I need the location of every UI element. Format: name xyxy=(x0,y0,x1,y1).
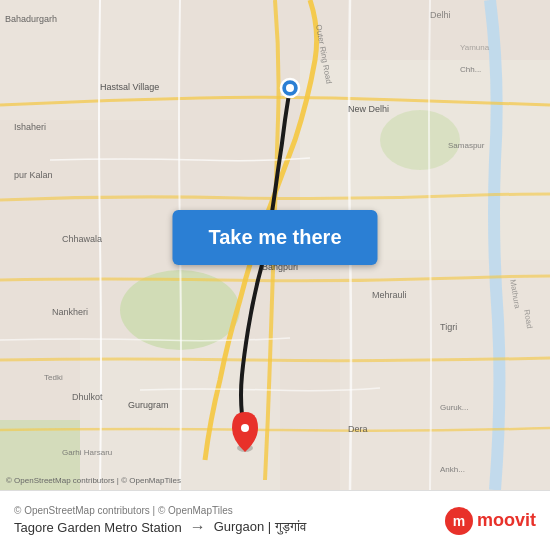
origin-label: Tagore Garden Metro Station xyxy=(14,520,182,535)
moovit-logo: m moovit xyxy=(445,507,536,535)
svg-text:Garhi Harsaru: Garhi Harsaru xyxy=(62,448,112,457)
svg-text:Delhi: Delhi xyxy=(430,10,451,20)
svg-point-7 xyxy=(380,110,460,170)
route-arrow: → xyxy=(190,518,206,536)
svg-text:Ankh...: Ankh... xyxy=(440,465,465,474)
footer: © OpenStreetMap contributors | © OpenMap… xyxy=(0,490,550,550)
svg-text:Ishaheri: Ishaheri xyxy=(14,122,46,132)
svg-text:Chh...: Chh... xyxy=(460,65,481,74)
footer-left: © OpenStreetMap contributors | © OpenMap… xyxy=(14,505,306,536)
svg-text:New Delhi: New Delhi xyxy=(348,104,389,114)
route-info: Tagore Garden Metro Station → Gurgaon | … xyxy=(14,518,306,536)
svg-text:Hastsal Village: Hastsal Village xyxy=(100,82,159,92)
svg-text:Nankheri: Nankheri xyxy=(52,307,88,317)
svg-text:Chhawala: Chhawala xyxy=(62,234,102,244)
svg-text:Yamuna: Yamuna xyxy=(460,43,490,52)
moovit-icon: m xyxy=(445,507,473,535)
svg-text:Mehrauli: Mehrauli xyxy=(372,290,407,300)
svg-text:Dera: Dera xyxy=(348,424,368,434)
svg-point-33 xyxy=(286,84,294,92)
svg-text:Samaspur: Samaspur xyxy=(448,141,485,150)
destination-label: Gurgaon | गुड़गांव xyxy=(214,519,306,535)
svg-text:Tigri: Tigri xyxy=(440,322,457,332)
svg-text:Guruk...: Guruk... xyxy=(440,403,468,412)
svg-text:Dhulkot: Dhulkot xyxy=(72,392,103,402)
map-container: Bahadurgarh Ishaheri Hastsal Village New… xyxy=(0,0,550,490)
svg-text:Bahadurgarh: Bahadurgarh xyxy=(5,14,57,24)
svg-text:pur Kalan: pur Kalan xyxy=(14,170,53,180)
take-me-there-button[interactable]: Take me there xyxy=(172,210,377,265)
svg-text:Gurugram: Gurugram xyxy=(128,400,169,410)
svg-text:© OpenStreetMap contributors |: © OpenStreetMap contributors | © OpenMap… xyxy=(6,476,181,485)
svg-point-35 xyxy=(241,424,249,432)
moovit-text: moovit xyxy=(477,510,536,531)
attribution: © OpenStreetMap contributors | © OpenMap… xyxy=(14,505,306,516)
svg-text:Tedki: Tedki xyxy=(44,373,63,382)
